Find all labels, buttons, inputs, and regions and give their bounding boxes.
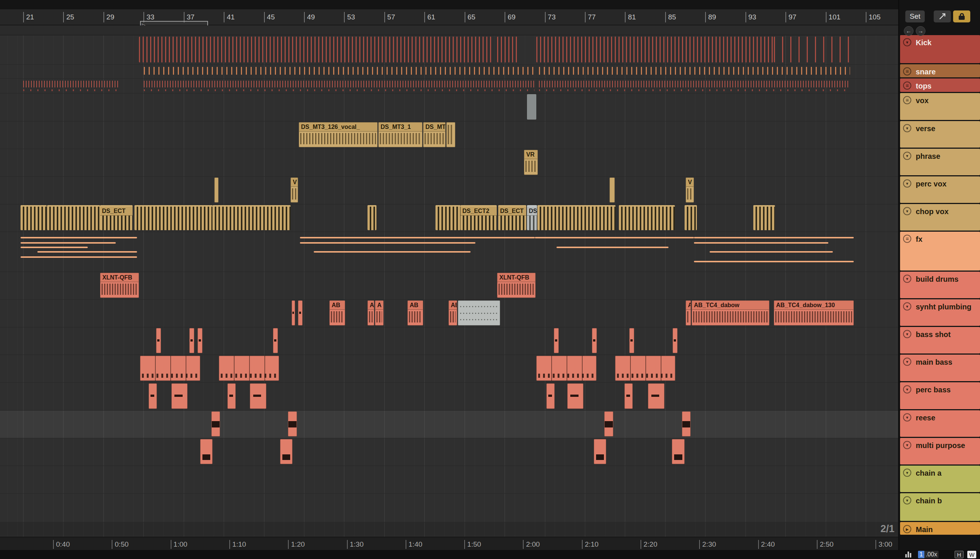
clip-xlnt-qfb[interactable]: XLNT-QFB — [497, 273, 536, 298]
clip[interactable] — [546, 384, 554, 409]
arrangement-grid[interactable]: DS_MT3_126_vocal_DS_MT3_1DS_MTVRVVDS_ECT… — [0, 35, 898, 537]
clip[interactable] — [774, 36, 850, 63]
track-header-chop-vox[interactable]: ▼chop vox — [900, 204, 980, 231]
clip[interactable] — [288, 412, 297, 437]
fx-automation-line[interactable] — [300, 242, 475, 244]
clip-ds-mt[interactable]: DS_MT — [423, 122, 445, 147]
follow-button[interactable] — [934, 10, 951, 22]
fx-automation-line[interactable] — [694, 237, 854, 238]
clip[interactable] — [198, 328, 203, 353]
collapse-icon[interactable]: ▼ — [903, 38, 911, 46]
clip[interactable] — [615, 356, 675, 381]
track-header-verse[interactable]: ▼verse — [900, 121, 980, 147]
fx-automation-line[interactable] — [21, 237, 137, 238]
clip[interactable] — [594, 439, 606, 464]
track-header-main[interactable]: ▶Main — [900, 522, 980, 535]
track-lane-perc-bass[interactable] — [0, 382, 898, 410]
fx-automation-line[interactable] — [535, 237, 694, 238]
clip[interactable] — [228, 384, 236, 409]
playback-speed[interactable]: 1 .00x — [918, 551, 939, 558]
clip[interactable] — [144, 66, 536, 77]
clip[interactable] — [213, 205, 290, 230]
clip[interactable] — [604, 412, 613, 437]
track-lane-main-bass[interactable] — [0, 355, 898, 382]
clip-ds-ect2[interactable]: DS_ECT2 — [460, 205, 497, 230]
collapse-icon[interactable]: ▼ — [903, 330, 911, 338]
lines-icon[interactable]: ≡ — [903, 67, 911, 76]
clip-v[interactable]: V — [290, 177, 298, 203]
clip[interactable] — [567, 384, 583, 409]
clip[interactable] — [539, 80, 850, 91]
track-header-reese[interactable]: ▼reese — [900, 410, 980, 437]
clip-ab[interactable]: AB — [449, 301, 457, 326]
clip[interactable] — [648, 384, 665, 409]
clip-ds-mt3-126-vocal[interactable]: DS_MT3_126_vocal_ — [299, 122, 378, 147]
clip[interactable] — [214, 177, 218, 203]
track-header-phrase[interactable]: ▼phrase — [900, 149, 980, 175]
collapse-icon[interactable]: ▼ — [903, 124, 911, 132]
clip[interactable] — [144, 80, 535, 91]
clip-ds[interactable]: DS — [527, 205, 537, 230]
collapse-icon[interactable]: ▼ — [903, 413, 911, 422]
track-lane-chain-a[interactable] — [0, 466, 898, 493]
fx-automation-line[interactable] — [21, 256, 137, 258]
clip[interactable] — [139, 36, 492, 63]
fx-automation-line[interactable] — [556, 246, 668, 248]
track-header-vox[interactable]: ≡vox — [900, 93, 980, 120]
clip[interactable] — [497, 36, 518, 63]
clip[interactable] — [250, 384, 266, 409]
clip-ds-ect[interactable]: DS_ECT — [498, 205, 526, 230]
clip-vr[interactable]: VR — [524, 150, 538, 175]
fx-automation-line[interactable] — [300, 237, 535, 238]
collapse-icon[interactable]: ▼ — [903, 302, 911, 311]
clip[interactable] — [172, 384, 188, 409]
clip[interactable] — [134, 205, 213, 230]
clip[interactable] — [273, 328, 278, 353]
clip-ab-tc4-dabow[interactable]: AB_TC4_dabow — [692, 301, 769, 326]
clip[interactable] — [219, 356, 279, 381]
track-header-main-bass[interactable]: ▼main bass — [900, 355, 980, 381]
clip-ab[interactable]: AB — [368, 301, 374, 326]
track-header-multi-purpose[interactable]: ▼multi purpose — [900, 438, 980, 465]
clip[interactable] — [280, 439, 292, 464]
fx-automation-line[interactable] — [694, 261, 854, 262]
clip-v[interactable]: V — [686, 177, 694, 203]
clip[interactable] — [592, 328, 597, 353]
fx-automation-line[interactable] — [37, 251, 137, 253]
clip[interactable] — [753, 205, 775, 230]
time-ruler[interactable]: 0:400:501:001:101:201:301:401:502:002:10… — [0, 537, 898, 550]
track-lane-chain-b[interactable] — [0, 493, 898, 522]
set-button[interactable]: Set — [905, 10, 925, 22]
clip-ab-tc4-dabow-130[interactable]: AB_TC4_dabow_130 — [774, 301, 854, 326]
scrub-area[interactable] — [0, 25, 898, 35]
track-header-build-drums[interactable]: ▼build drums — [900, 272, 980, 298]
clip[interactable] — [436, 205, 460, 230]
bar-ruler[interactable]: 2125293337414549535761656973778185899397… — [0, 9, 898, 25]
clip-ds-mt3-1[interactable]: DS_MT3_1 — [378, 122, 422, 147]
track-lane-reese[interactable] — [0, 410, 898, 438]
clip[interactable] — [685, 205, 697, 230]
track-header-perc-vox[interactable]: ▼perc vox — [900, 176, 980, 203]
track-lane-bass-shot[interactable] — [0, 327, 898, 355]
collapse-icon[interactable]: ▼ — [903, 357, 911, 366]
clip[interactable] — [156, 328, 161, 353]
clip[interactable] — [446, 122, 455, 147]
collapse-icon[interactable]: ▼ — [903, 207, 911, 215]
collapse-icon[interactable]: ▼ — [903, 275, 911, 283]
fx-automation-line[interactable] — [21, 242, 116, 244]
collapse-icon[interactable]: ▼ — [903, 152, 911, 160]
back-button[interactable]: ← — [904, 26, 914, 36]
forward-button[interactable]: → — [916, 26, 926, 36]
clip[interactable] — [538, 205, 615, 230]
fx-automation-line[interactable] — [21, 246, 88, 248]
track-header-chain-a[interactable]: ▼chain a — [900, 466, 980, 492]
lines-icon[interactable]: ≡ — [903, 81, 911, 90]
fx-automation-line[interactable] — [694, 242, 828, 244]
clip[interactable] — [619, 205, 675, 230]
collapse-icon[interactable]: ▼ — [903, 385, 911, 394]
clip-ds-ect[interactable]: DS_ECT — [100, 205, 133, 230]
fx-automation-line[interactable] — [314, 251, 470, 253]
clip[interactable] — [21, 205, 47, 230]
clip[interactable] — [609, 177, 615, 203]
collapse-icon[interactable]: ▼ — [903, 468, 911, 477]
